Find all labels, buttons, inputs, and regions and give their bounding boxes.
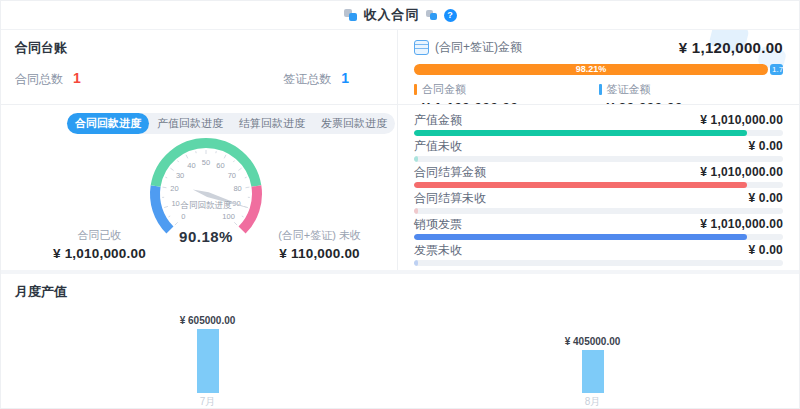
amount-stacked-bar: 98.21% 1.79%	[414, 64, 783, 75]
metric-bar-fill	[414, 130, 747, 136]
received-block: 合同已收 ¥ 1,010,000.00	[53, 228, 146, 261]
tab-结算回款进度[interactable]: 结算回款进度	[231, 113, 313, 134]
svg-text:0: 0	[181, 212, 185, 221]
metric-row: 产值未收¥ 0.00	[414, 138, 783, 162]
metric-label: 产值金额	[414, 112, 462, 129]
monthly-bar-value-label: ¥ 605000.00	[148, 315, 268, 326]
metric-bar-track	[414, 260, 783, 266]
metric-bar-fill	[414, 182, 747, 188]
svg-text:60: 60	[216, 161, 224, 170]
amount-header: (合同+签证)金额 ¥ 1,120,000.00	[414, 39, 783, 56]
svg-text:100: 100	[222, 212, 235, 221]
metric-label: 合同结算未收	[414, 190, 486, 207]
legend-item: 签证金额¥ 20,000.00	[599, 82, 784, 105]
legend-item: 合同金额¥ 1,100,000.00	[414, 82, 599, 105]
visa-total-counter: 签证总数 1	[283, 70, 349, 88]
svg-text:70: 70	[228, 171, 236, 180]
metric-value: ¥ 0.00	[748, 191, 783, 205]
amount-summary-panel: (合同+签证)金额 ¥ 1,120,000.00 98.21% 1.79% 合同…	[398, 30, 799, 105]
monthly-bar	[582, 350, 604, 393]
monthly-title: 月度产值	[15, 283, 785, 301]
metric-bar-track	[414, 208, 783, 214]
metrics-list: 产值金额¥ 1,010,000.00产值未收¥ 0.00合同结算金额¥ 1,01…	[398, 105, 799, 270]
tab-合同回款进度[interactable]: 合同回款进度	[67, 113, 149, 134]
svg-text:20: 20	[170, 184, 178, 193]
received-label: 合同已收	[53, 228, 146, 243]
metric-label: 产值未收	[414, 138, 462, 155]
metric-value: ¥ 1,010,000.00	[700, 165, 783, 179]
monthly-bar	[197, 329, 219, 393]
metric-row: 合同结算未收¥ 0.00	[414, 190, 783, 214]
legend-value: ¥ 1,100,000.00	[422, 100, 599, 105]
metric-bar-fill	[414, 234, 747, 240]
gauge-footer: 合同已收 ¥ 1,010,000.00 (合同+签证) 未收 ¥ 110,000…	[1, 228, 397, 261]
visa-total-label: 签证总数	[283, 71, 331, 88]
metric-bar-fill	[414, 208, 418, 214]
contract-total-label: 合同总数	[15, 71, 63, 88]
metric-bar-track	[414, 156, 783, 162]
svg-text:合同回款进度: 合同回款进度	[180, 200, 233, 210]
amount-total-value: ¥ 1,120,000.00	[679, 39, 783, 56]
metric-value: ¥ 0.00	[748, 139, 783, 153]
ledger-counters: 合同总数 1 签证总数 1	[15, 70, 383, 88]
help-icon[interactable]: ?	[444, 9, 457, 22]
legend-color-mark	[414, 84, 417, 95]
recovery-tabs: 合同回款进度产值回款进度结算回款进度发票回款进度	[67, 113, 395, 134]
tab-产值回款进度[interactable]: 产值回款进度	[149, 113, 231, 134]
tab-发票回款进度[interactable]: 发票回款进度	[313, 113, 395, 134]
metric-value: ¥ 1,010,000.00	[700, 217, 783, 231]
visa-amount-bar-segment: 1.79%	[770, 64, 783, 75]
contract-ledger-panel: 合同台账 合同总数 1 签证总数 1	[1, 30, 398, 105]
document-table-icon	[414, 40, 429, 55]
monthly-bar-value-label: ¥ 405000.00	[533, 336, 653, 347]
page-header: 收入合同 ?	[1, 1, 799, 29]
legend-value: ¥ 20,000.00	[607, 100, 784, 105]
ledger-title: 合同台账	[15, 39, 383, 57]
income-contract-dashboard: 收入合同 ? 合同台账 合同总数 1 签证总数 1	[1, 1, 799, 409]
metric-label: 发票未收	[414, 242, 462, 259]
metric-value: ¥ 0.00	[748, 243, 783, 257]
metric-row: 发票未收¥ 0.00	[414, 242, 783, 266]
legend-color-mark	[599, 84, 602, 95]
svg-text:10: 10	[171, 199, 179, 208]
contract-total-value: 1	[73, 70, 81, 86]
metric-bar-track	[414, 234, 783, 240]
legend-label: 合同金额	[422, 82, 466, 97]
received-value: ¥ 1,010,000.00	[53, 246, 146, 261]
metric-row: 销项发票¥ 1,010,000.00	[414, 216, 783, 240]
svg-text:40: 40	[187, 161, 195, 170]
metric-bar-fill	[414, 260, 418, 266]
amount-legend: 合同金额¥ 1,100,000.00签证金额¥ 20,000.00	[414, 82, 783, 105]
metric-value: ¥ 1,010,000.00	[700, 113, 783, 127]
metric-bar-track	[414, 130, 783, 136]
monthly-bar-month-label: 8月	[533, 395, 653, 409]
monthly-chart: ¥ 605000.007月¥ 405000.008月	[15, 305, 785, 409]
overlap-squares-icon	[344, 9, 358, 22]
visa-total-value: 1	[341, 70, 349, 86]
unreceived-block: (合同+签证) 未收 ¥ 110,000.00	[278, 228, 361, 261]
monthly-bar-month-label: 7月	[148, 395, 268, 409]
svg-text:30: 30	[176, 171, 184, 180]
metric-label: 销项发票	[414, 216, 462, 233]
amount-label: (合同+签证)金额	[435, 39, 522, 56]
unreceived-label: (合同+签证) 未收	[278, 228, 361, 243]
unreceived-value: ¥ 110,000.00	[278, 246, 361, 261]
contract-amount-bar-segment: 98.21%	[414, 64, 768, 75]
contract-total-counter: 合同总数 1	[15, 70, 81, 88]
metric-row: 合同结算金额¥ 1,010,000.00	[414, 164, 783, 188]
recovery-progress-panel: 合同回款进度产值回款进度结算回款进度发票回款进度 010203040506070…	[1, 105, 398, 270]
metric-bar-track	[414, 182, 783, 188]
monthly-output-panel: 月度产值 ¥ 605000.007月¥ 405000.008月	[1, 274, 799, 409]
metric-label: 合同结算金额	[414, 164, 486, 181]
svg-text:80: 80	[233, 184, 241, 193]
svg-text:50: 50	[202, 158, 210, 167]
metric-row: 产值金额¥ 1,010,000.00	[414, 112, 783, 136]
metric-bar-fill	[414, 156, 418, 162]
legend-label: 签证金额	[607, 82, 651, 97]
overlap-squares-icon	[426, 10, 438, 21]
page-title: 收入合同	[364, 6, 420, 24]
